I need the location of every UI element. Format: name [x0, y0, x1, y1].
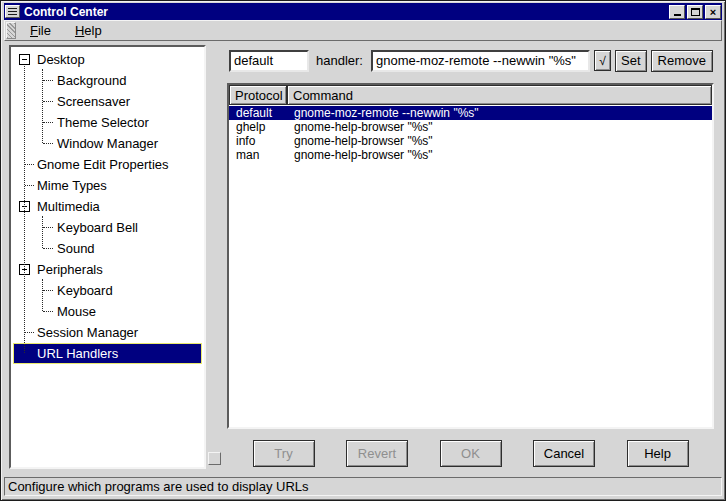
- tree-line: [43, 80, 53, 81]
- menu-file[interactable]: File: [18, 21, 63, 40]
- menu-help[interactable]: Help: [63, 21, 114, 40]
- set-button[interactable]: Set: [615, 50, 647, 72]
- menubar: File Help: [4, 20, 722, 41]
- window-title: Control Center: [24, 5, 667, 19]
- tree-line: [42, 279, 43, 311]
- apply-check-button[interactable]: √: [594, 50, 611, 71]
- titlebar[interactable]: Control Center ×: [4, 3, 722, 20]
- sidebar-item-keyboard-bell[interactable]: Keyboard Bell: [11, 217, 204, 238]
- table-row[interactable]: info gnome-help-browser "%s": [229, 134, 712, 148]
- sidebar-item-background[interactable]: Background: [11, 70, 204, 91]
- close-button[interactable]: ×: [705, 5, 721, 19]
- sidebar-item-desktop[interactable]: Desktop: [11, 49, 204, 70]
- revert-button[interactable]: Revert: [346, 440, 408, 467]
- window-menu-icon: [8, 8, 17, 15]
- tree-line: [25, 164, 34, 165]
- sidebar-item-mouse[interactable]: Mouse: [11, 301, 204, 322]
- tree-line: [43, 227, 53, 228]
- tree-line: [43, 290, 53, 291]
- table-row[interactable]: ghelp gnome-help-browser "%s": [229, 120, 712, 134]
- tree-line: [43, 122, 53, 123]
- sidebar-item-mime-types[interactable]: Mime Types: [11, 175, 204, 196]
- sidebar-item-gnome-edit-properties[interactable]: Gnome Edit Properties: [11, 154, 204, 175]
- maximize-button[interactable]: [687, 5, 703, 19]
- category-tree: Desktop Background Screensaver Theme Sel…: [9, 45, 206, 469]
- column-header-protocol[interactable]: Protocol: [229, 85, 287, 105]
- handler-command-input[interactable]: [371, 50, 590, 72]
- handler-label: handler:: [316, 53, 363, 68]
- sidebar-item-session-manager[interactable]: Session Manager: [11, 322, 204, 343]
- sidebar-item-multimedia[interactable]: Multimedia: [11, 196, 204, 217]
- minimize-button[interactable]: [669, 5, 685, 19]
- ok-button[interactable]: OK: [440, 440, 502, 467]
- sidebar-item-keyboard[interactable]: Keyboard: [11, 280, 204, 301]
- collapse-expander-icon[interactable]: [19, 54, 30, 65]
- handler-editor: handler: √ Set Remove: [229, 49, 713, 72]
- help-button[interactable]: Help: [627, 440, 689, 467]
- sidebar-item-theme-selector[interactable]: Theme Selector: [11, 112, 204, 133]
- tree-line: [43, 101, 53, 102]
- tree-line: [24, 66, 25, 353]
- maximize-icon: [691, 8, 700, 16]
- tree-line: [42, 216, 43, 248]
- main-area: Desktop Background Screensaver Theme Sel…: [4, 41, 722, 473]
- check-icon: √: [599, 54, 606, 68]
- window-menu-button[interactable]: [5, 5, 20, 18]
- close-icon: ×: [710, 7, 716, 17]
- tree-line: [25, 185, 34, 186]
- menu-grip-handle[interactable]: [6, 22, 16, 39]
- cancel-button[interactable]: Cancel: [533, 440, 595, 467]
- column-header-command[interactable]: Command: [287, 85, 712, 105]
- table-row[interactable]: default gnome-moz-remote --newwin "%s": [229, 106, 712, 120]
- status-text: Configure which programs are used to dis…: [8, 479, 309, 494]
- status-bar: Configure which programs are used to dis…: [4, 477, 722, 496]
- minimize-icon: [674, 14, 681, 16]
- tree-line: [43, 311, 53, 312]
- remove-button[interactable]: Remove: [651, 50, 713, 72]
- tree-line: [43, 248, 53, 249]
- table-row[interactable]: man gnome-help-browser "%s": [229, 148, 712, 162]
- tree-line: [25, 332, 34, 333]
- pane-resize-handle[interactable]: [208, 452, 221, 465]
- sidebar-item-peripherals[interactable]: Peripherals: [11, 259, 204, 280]
- table-body: default gnome-moz-remote --newwin "%s" g…: [229, 105, 712, 427]
- tree-line: [43, 143, 53, 144]
- protocol-input[interactable]: [229, 50, 309, 72]
- try-button[interactable]: Try: [253, 440, 315, 467]
- table-header: Protocol Command: [229, 85, 712, 105]
- sidebar-item-screensaver[interactable]: Screensaver: [11, 91, 204, 112]
- control-center-window: Control Center × File Help Desktop B: [0, 0, 726, 501]
- sidebar-item-url-handlers[interactable]: URL Handlers: [13, 343, 202, 364]
- url-handlers-panel: handler: √ Set Remove Protocol Command d…: [221, 41, 720, 473]
- sidebar-item-window-manager[interactable]: Window Manager: [11, 133, 204, 154]
- protocol-table: Protocol Command default gnome-moz-remot…: [227, 83, 714, 429]
- action-button-row: Try Revert OK Cancel Help: [221, 439, 720, 467]
- sidebar-item-sound[interactable]: Sound: [11, 238, 204, 259]
